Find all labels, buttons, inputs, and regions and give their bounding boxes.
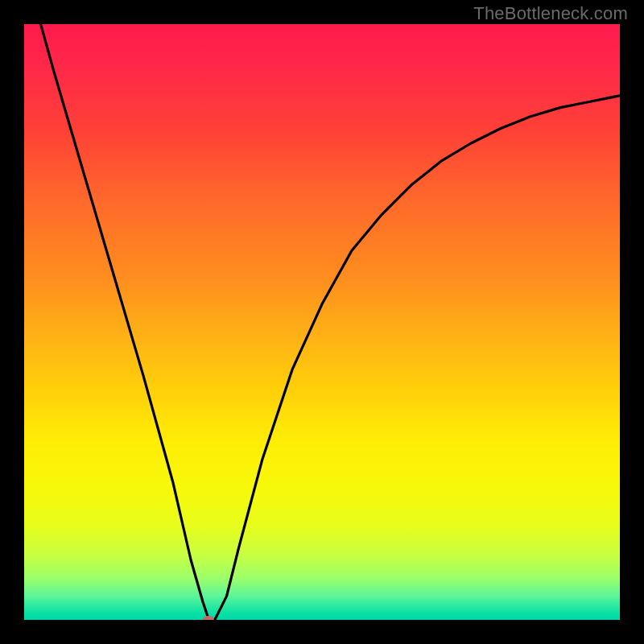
plot-area	[24, 24, 620, 620]
minimum-marker	[203, 616, 214, 620]
watermark-text: TheBottleneck.com	[473, 3, 628, 24]
chart-container: TheBottleneck.com	[0, 0, 644, 644]
bottleneck-curve	[24, 24, 620, 620]
